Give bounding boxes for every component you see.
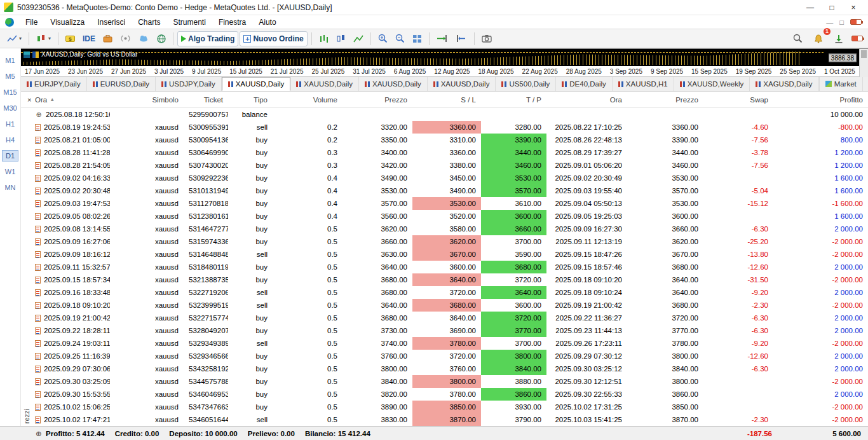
deal-row[interactable]: 2025.08.28 11:41:28xauusd53064699901buy0… (21, 146, 868, 159)
chart-tab-3[interactable]: XAUUSD,Daily (222, 77, 291, 91)
line-chart-type-button[interactable] (350, 31, 367, 46)
menu-item-charts[interactable]: Charts (132, 17, 166, 28)
deal-row[interactable]: 2025.08.21 01:05:00xauusd53009541360buy0… (21, 134, 868, 146)
currency-button[interactable]: $ (62, 31, 78, 46)
child-restore-button[interactable]: □ (839, 18, 844, 26)
deal-row[interactable]: 2025.09.30 15:53:55xauusd53460469536buy0… (21, 388, 868, 401)
deal-row[interactable]: 2025.09.24 19:03:11xauusd53293493893sell… (21, 337, 868, 350)
indicator-button[interactable]: ▾ (33, 31, 54, 46)
maximize-button[interactable]: □ (821, 1, 843, 15)
menu-item-inserisci[interactable]: Inserisci (91, 17, 132, 28)
col-header-simbolo[interactable]: Simbolo (110, 96, 184, 104)
deal-row[interactable]: 2025.09.08 13:14:55xauusd53146472771buy0… (21, 223, 868, 235)
menu-item-visualizza[interactable]: Visualizza (44, 17, 91, 28)
chart-tab-2[interactable]: USDJPY,Daily (156, 77, 222, 91)
col-header-tipo[interactable]: Tipo (228, 96, 273, 104)
signals-button[interactable] (117, 31, 134, 46)
timeframe-button-m30[interactable]: M30 (2, 102, 18, 114)
candle-chart-type-button[interactable] (333, 31, 349, 46)
deal-row[interactable]: 2025.09.25 11:16:39xauusd53293465665buy0… (21, 350, 868, 362)
close-panel-button[interactable]: × (26, 96, 32, 104)
algo-trading-button[interactable]: Algo Trading (177, 31, 238, 46)
deal-row[interactable]: 2025.08.19 19:24:53xauusd53009553919sell… (21, 121, 868, 134)
ide-button[interactable]: IDE (79, 31, 98, 46)
deal-row[interactable]: 2025.09.05 08:02:26xauusd53123801610buy0… (21, 210, 868, 223)
child-minimize-button[interactable]: — (826, 18, 833, 26)
chart-style-button[interactable]: ▾ (4, 31, 25, 46)
col-header-ora-open[interactable]: Ora ▲ (32, 96, 110, 104)
zoom-in-button[interactable] (375, 31, 391, 46)
deal-row[interactable]: 2025.09.09 16:27:06xauusd53159743367buy0… (21, 235, 868, 248)
chart-tab-9[interactable]: XAUUSD,H1 (613, 77, 674, 91)
chart-tab-5[interactable]: XAUUSD,Daily (359, 77, 428, 91)
chart-tab-7[interactable]: US500,Daily (496, 77, 556, 91)
summary-item: Prelievo: 0.00 (248, 430, 295, 437)
deal-row[interactable]: 2025.09.29 07:30:06xauusd53432581920buy0… (21, 362, 868, 375)
deal-row[interactable]: 2025.09.09 18:16:12xauusd53146488488sell… (21, 248, 868, 261)
deal-row[interactable]: 2025.10.02 15:06:25xauusd53473476635buy0… (21, 401, 868, 413)
chart-tab-11[interactable]: XAGUSD,Daily (750, 77, 818, 91)
auto-scroll-button[interactable] (433, 31, 451, 46)
timeframe-button-w1[interactable]: W1 (2, 166, 18, 177)
deal-row[interactable]: 2025.08.28 21:54:05xauusd53074300208buy0… (21, 159, 868, 172)
col-header-prezzo-open[interactable]: Prezzo (342, 96, 412, 104)
deal-row[interactable]: 2025.09.03 19:47:53xauusd53112708180buy0… (21, 197, 868, 210)
balance-row[interactable]: ⊕2025.08.18 12:50:1652959007573balance10… (21, 108, 868, 121)
deal-row[interactable]: 2025.09.22 18:28:11xauusd53280492076buy0… (21, 324, 868, 337)
screenshot-button[interactable] (478, 31, 495, 46)
deal-row[interactable]: 2025.09.16 18:33:48xauusd53227192063sell… (21, 286, 868, 299)
timeframe-button-m15[interactable]: M15 (2, 86, 18, 98)
timeframe-button-h4[interactable]: H4 (2, 134, 18, 146)
col-header-volume[interactable]: Volume (273, 96, 342, 104)
menu-item-file[interactable]: File (19, 17, 44, 28)
deal-row[interactable]: 2025.09.19 21:00:42xauusd53227157744buy0… (21, 312, 868, 324)
menu-item-aiuto[interactable]: Aiuto (252, 17, 282, 28)
chart-area[interactable]: XAUUSD,Daily: Gold vs US Dollar 3886.38 (21, 48, 868, 66)
chart-tab-6[interactable]: XAUUSD,Daily (428, 77, 496, 91)
notifications-button[interactable]: 1 (811, 31, 826, 46)
col-header-ora-close[interactable]: Ora (546, 96, 627, 104)
symbol-cell: xauusd (110, 261, 184, 273)
col-header-sl[interactable]: S / L (412, 96, 481, 104)
scrollbar-thumb[interactable] (861, 50, 867, 58)
menu-item-finestra[interactable]: Finestra (212, 17, 252, 28)
deal-row[interactable]: 2025.09.02 20:30:48xauusd53101319491buy0… (21, 184, 868, 197)
chart-tab-0[interactable]: EURJPY,Daily (21, 77, 87, 91)
chart-tab-10[interactable]: XAUUSD,Weekly (674, 77, 750, 91)
chart-tab-8[interactable]: DE40,Daily (556, 77, 613, 91)
col-header-tp[interactable]: T / P (481, 96, 546, 104)
chart-tab-4[interactable]: XAUUSD,Daily (290, 77, 359, 91)
deal-row[interactable]: 2025.09.11 15:32:57xauusd53184801197buy0… (21, 261, 868, 273)
download-button[interactable] (831, 31, 846, 46)
new-order-button[interactable]: + Nuovo Ordine (240, 31, 307, 46)
deal-row[interactable]: 2025.09.18 09:10:20xauusd53239995195sell… (21, 299, 868, 312)
deal-row[interactable]: 2025.10.02 17:47:21xauusd53460516448sell… (21, 413, 868, 426)
col-header-profitto[interactable]: Profitto (773, 96, 868, 104)
search-button[interactable] (790, 31, 806, 46)
timeframe-button-mn[interactable]: MN (2, 182, 18, 193)
community-button[interactable] (154, 31, 169, 46)
chart-tab-1[interactable]: EURUSD,Daily (87, 77, 156, 91)
timeframe-button-h1[interactable]: H1 (2, 118, 18, 130)
col-header-ticket[interactable]: Ticket (184, 96, 228, 104)
deal-row[interactable]: 2025.09.02 04:16:33xauusd53092922369buy0… (21, 172, 868, 184)
minimize-button[interactable]: — (799, 1, 821, 15)
deal-row[interactable]: 2025.09.15 18:57:34xauusd53213887353buy0… (21, 273, 868, 286)
menu-item-strumenti[interactable]: Strumenti (167, 17, 212, 28)
metaeditor-button[interactable] (100, 31, 116, 46)
deal-row[interactable]: 2025.09.30 03:25:09xauusd53445757880buy0… (21, 375, 868, 388)
timeframe-button-m1[interactable]: M1 (2, 55, 18, 66)
tab-market[interactable]: Market (819, 77, 863, 91)
timeframe-button-d1[interactable]: D1 (2, 150, 18, 162)
bar-chart-type-button[interactable] (316, 31, 332, 46)
tile-windows-button[interactable] (409, 31, 425, 46)
cloud-button[interactable] (135, 31, 153, 46)
zoom-out-button[interactable] (392, 31, 408, 46)
chart-scrollbar[interactable] (859, 49, 868, 77)
close-button[interactable]: × (843, 1, 864, 15)
chart-shift-button[interactable] (452, 31, 470, 46)
col-header-swap[interactable]: Swap (703, 96, 773, 104)
prices-vertical-tab[interactable]: rezzi (23, 409, 31, 423)
timeframe-button-m5[interactable]: M5 (2, 71, 18, 82)
col-header-prezzo-close[interactable]: Prezzo (627, 96, 703, 104)
